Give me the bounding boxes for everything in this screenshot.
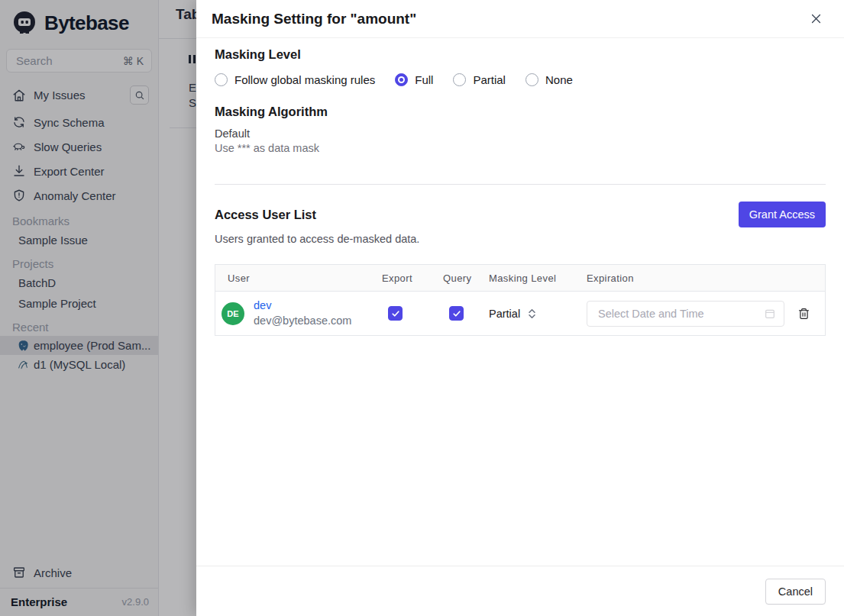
access-user-list-subtitle: Users granted to access de-masked data. [215,233,826,245]
grant-access-button[interactable]: Grant Access [739,202,826,227]
expiration-date-picker[interactable] [587,301,784,327]
close-icon[interactable] [808,11,824,27]
export-checkbox[interactable] [388,306,403,321]
table-header-row: User Export Query Masking Level Expirati… [215,265,825,292]
radio-label: Full [415,73,433,86]
avatar: DE [222,302,244,325]
dialog-header: Masking Setting for "amount" [196,0,844,38]
radio-icon[interactable] [525,73,538,86]
export-cell [382,306,443,321]
masking-algorithm-heading: Masking Algorithm [215,105,826,119]
radio-icon[interactable] [215,73,228,86]
radio-partial[interactable]: Partial [453,73,506,86]
cancel-button[interactable]: Cancel [765,579,826,605]
radio-label: Partial [473,73,506,86]
masking-level-value: Partial [489,308,520,320]
masking-setting-dialog: Masking Setting for "amount" Masking Lev… [196,0,844,616]
masking-level-select[interactable]: Partial [489,308,587,320]
expiration-cell [587,301,826,327]
column-query: Query [443,273,489,284]
radio-follow-global-rules[interactable]: Follow global masking rules [215,73,375,86]
radio-icon[interactable] [395,73,408,86]
dialog-title: Masking Setting for "amount" [212,11,416,27]
algorithm-name: Default [215,127,826,140]
query-checkbox[interactable] [449,306,464,321]
user-cell: DE dev dev@bytebase.com [215,294,382,333]
app-root: Bytebase ⌘ K My Issues Sync Schema Slow … [0,0,844,616]
calendar-icon [764,308,776,320]
masking-level-heading: Masking Level [215,47,826,62]
access-user-list-heading: Access User List [215,208,316,222]
table-row: DE dev dev@bytebase.com [215,292,825,335]
user-name-link[interactable]: dev [254,298,351,314]
radio-label: Follow global masking rules [234,73,375,86]
dialog-body: Masking Level Follow global masking rule… [196,38,844,566]
user-email: dev@bytebase.com [254,314,351,329]
query-cell [443,306,489,321]
dialog-footer: Cancel [196,566,844,616]
access-user-table: User Export Query Masking Level Expirati… [215,264,826,336]
column-export: Export [382,273,443,284]
section-divider [215,184,826,185]
radio-full[interactable]: Full [395,73,433,86]
algorithm-description: Use *** as data mask [215,142,826,154]
radio-icon[interactable] [453,73,466,86]
masking-level-radio-group: Follow global masking rules Full Partial… [215,73,826,86]
column-user: User [215,273,382,284]
radio-none[interactable]: None [525,73,573,86]
expiration-date-input[interactable] [597,307,764,321]
access-user-list-header: Access User List Grant Access [215,202,826,227]
column-masking-level: Masking Level [489,273,587,284]
chevron-updown-icon [528,308,536,319]
trash-icon[interactable] [797,307,810,321]
column-expiration: Expiration [587,273,825,284]
radio-label: None [545,73,573,86]
